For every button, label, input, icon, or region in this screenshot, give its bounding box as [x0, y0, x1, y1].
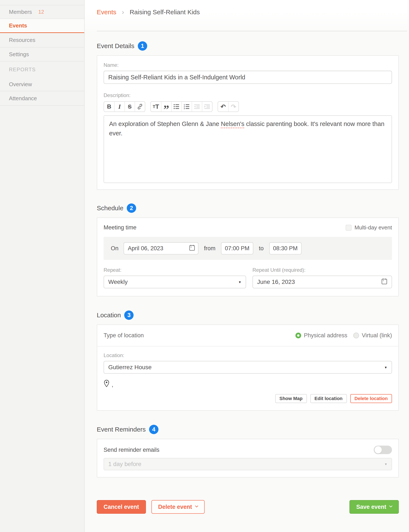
select-arrow-icon: ▼	[238, 280, 242, 284]
sidebar-item-settings[interactable]: Settings	[0, 48, 84, 61]
footer-actions: Cancel event Delete event Save event	[97, 500, 399, 514]
multiday-checkbox-row: Multi-day event	[346, 224, 392, 231]
delete-event-button[interactable]: Delete event	[151, 500, 204, 514]
toolbar-paragraph-group: TT ” 1 2	[150, 101, 213, 112]
section-reminders-header: Event Reminders 4	[97, 425, 399, 434]
blockquote-icon[interactable]: ”	[161, 102, 171, 112]
location-select[interactable]: Gutierrez House ▼	[103, 361, 392, 374]
italic-icon[interactable]: I	[114, 102, 124, 112]
from-label: from	[204, 245, 215, 252]
start-time-input[interactable]: 07:00 PM	[221, 242, 253, 255]
chevron-down-icon	[195, 504, 198, 508]
ordered-list-icon[interactable]: 1 2 3	[181, 102, 192, 112]
show-map-button[interactable]: Show Map	[275, 394, 307, 403]
chevron-down-icon	[389, 504, 393, 508]
undo-icon[interactable]: ↶	[218, 102, 228, 112]
meeting-time-label: Meeting time	[103, 224, 137, 231]
send-reminders-toggle[interactable]	[374, 446, 392, 454]
font-size-icon[interactable]: TT	[151, 102, 161, 112]
name-label: Name:	[103, 62, 392, 68]
event-date-input[interactable]: April 06, 2023	[124, 242, 198, 255]
sidebar-item-overview[interactable]: Overview	[0, 78, 84, 91]
edit-location-button[interactable]: Edit location	[310, 394, 347, 403]
on-label: On	[111, 245, 119, 252]
delete-location-button[interactable]: Delete location	[350, 394, 392, 403]
indent-icon[interactable]	[202, 102, 212, 112]
sidebar-reports-header: REPORTS	[0, 61, 84, 78]
toolbar-format-group: B I S	[103, 101, 145, 112]
calendar-icon	[189, 245, 195, 252]
svg-text:3: 3	[184, 107, 185, 110]
event-details-card: Name: Raising Self-Reliant Kids in a Sel…	[97, 55, 399, 190]
send-reminders-label: Send reminder emails	[103, 447, 159, 453]
main-area: Events › Raising Self-Reliant Kids Event…	[85, 0, 409, 532]
toolbar-history-group: ↶ ↷	[218, 101, 239, 112]
calendar-icon	[381, 278, 387, 286]
sidebar-item-label: Resources	[9, 37, 35, 43]
chevron-right-icon: ›	[122, 8, 124, 16]
reminders-card: Send reminder emails 1 day before ▼	[97, 439, 399, 477]
physical-address-label: Physical address	[304, 332, 347, 339]
section-event-details-header: Event Details 1	[97, 41, 399, 51]
unordered-list-icon[interactable]	[171, 102, 181, 112]
repeat-until-date-input[interactable]: June 16, 2023	[252, 276, 392, 288]
end-time-input[interactable]: 08:30 PM	[269, 242, 302, 255]
location-label: Location:	[103, 352, 392, 358]
description-editor[interactable]: An exploration of Stephen Glenn & Jane N…	[103, 115, 392, 183]
sidebar-item-label: Settings	[9, 51, 29, 58]
schedule-card: Meeting time Multi-day event On April 06…	[97, 218, 399, 296]
sidebar: Members 12 Events Resources Settings REP…	[0, 0, 85, 532]
event-name-input[interactable]: Raising Self-Reliant Kids in a Self-Indu…	[103, 71, 392, 84]
repeat-until-label: Repeat Until (required):	[252, 267, 392, 273]
sidebar-item-partial[interactable]	[0, 0, 84, 5]
select-arrow-icon: ▼	[384, 462, 387, 466]
sidebar-item-label: Members	[9, 9, 32, 15]
multiday-label: Multi-day event	[354, 224, 392, 231]
page-title: Event Details	[97, 42, 134, 50]
step-badge-2: 2	[127, 203, 136, 213]
address-row: ,	[103, 380, 392, 388]
breadcrumb-current: Raising Self-Reliant Kids	[130, 9, 200, 16]
cancel-event-button[interactable]: Cancel event	[97, 500, 146, 514]
address-text: ,	[112, 381, 113, 388]
repeat-select[interactable]: Weekly ▼	[103, 276, 246, 288]
misspelled-word: Nelsen's	[221, 120, 244, 127]
repeat-label: Repeat:	[103, 267, 246, 273]
page-header: Events › Raising Self-Reliant Kids	[85, 0, 409, 31]
map-pin-icon	[103, 380, 110, 388]
save-event-button[interactable]: Save event	[349, 500, 399, 514]
description-label: Description:	[103, 92, 392, 98]
to-label: to	[259, 245, 264, 252]
sidebar-item-events[interactable]: Events	[0, 19, 84, 33]
section-location-header: Location 3	[97, 311, 399, 320]
virtual-link-label: Virtual (link)	[362, 332, 392, 339]
sidebar-item-label: Attendance	[9, 95, 37, 102]
step-badge-1: 1	[138, 41, 147, 51]
reminder-time-select[interactable]: 1 day before ▼	[103, 458, 392, 470]
strikethrough-icon[interactable]: S	[124, 102, 135, 112]
content: Event Details 1 Name: Raising Self-Relia…	[97, 41, 399, 514]
multiday-checkbox[interactable]	[346, 225, 352, 231]
physical-address-radio[interactable]	[295, 332, 301, 338]
step-badge-4: 4	[149, 425, 158, 434]
location-type-radio-group: Physical address Virtual (link)	[295, 332, 392, 339]
sidebar-item-members[interactable]: Members 12	[0, 5, 84, 19]
bold-icon[interactable]: B	[104, 102, 114, 112]
link-icon[interactable]	[135, 102, 145, 112]
type-of-location-label: Type of location	[103, 332, 144, 339]
meeting-time-strip: On April 06, 2023 from	[103, 237, 392, 260]
section-schedule-header: Schedule 2	[97, 203, 399, 213]
redo-icon[interactable]: ↷	[228, 102, 238, 112]
breadcrumb-events-link[interactable]: Events	[97, 9, 116, 16]
richtext-toolbar: B I S TT	[103, 101, 392, 112]
breadcrumb: Events › Raising Self-Reliant Kids	[85, 0, 409, 16]
sidebar-item-attendance[interactable]: Attendance	[0, 91, 84, 106]
location-card: Type of location Physical address Virtua…	[97, 324, 399, 411]
sidebar-item-resources[interactable]: Resources	[0, 33, 84, 48]
select-arrow-icon: ▼	[384, 366, 387, 369]
step-badge-3: 3	[124, 311, 134, 320]
sidebar-item-label: Events	[9, 22, 27, 29]
virtual-link-radio[interactable]	[353, 332, 359, 338]
outdent-icon[interactable]	[192, 102, 202, 112]
sidebar-item-label: Overview	[9, 81, 32, 88]
